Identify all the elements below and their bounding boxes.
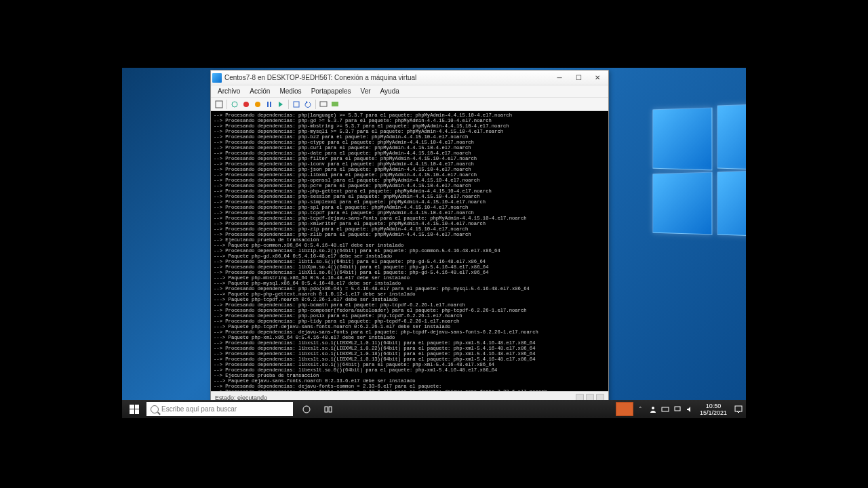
svg-rect-7: [294, 102, 299, 107]
svg-marker-6: [279, 102, 283, 107]
menu-accion[interactable]: Acción: [245, 87, 274, 96]
tray-date: 15/1/2021: [700, 409, 727, 416]
maximize-button[interactable]: ☐: [569, 72, 588, 84]
svg-marker-17: [687, 407, 690, 412]
search-icon: [151, 405, 159, 413]
hyperv-icon: [212, 73, 222, 83]
svg-rect-12: [325, 407, 328, 412]
task-taskview[interactable]: [317, 400, 339, 418]
svg-rect-0: [216, 101, 222, 108]
desktop-screen: Centos7-8 en DESKTOP-9EDH56T: Conexión a…: [122, 68, 746, 418]
menu-portapapeles[interactable]: Portapapeles: [307, 87, 355, 96]
enhanced-session-icon[interactable]: [318, 99, 329, 110]
svg-rect-4: [267, 102, 269, 107]
svg-rect-9: [320, 102, 327, 106]
menu-archivo[interactable]: Archivo: [214, 87, 244, 96]
search-placeholder: Escribe aquí para buscar: [161, 405, 237, 413]
svg-point-2: [243, 102, 249, 107]
reset-icon[interactable]: [275, 99, 286, 110]
tray-volume-icon[interactable]: [684, 400, 696, 418]
svg-point-3: [255, 102, 260, 107]
tray-input-icon[interactable]: [659, 400, 671, 418]
titlebar[interactable]: Centos7-8 en DESKTOP-9EDH56T: Conexión a…: [211, 70, 608, 85]
taskbar-search[interactable]: Escribe aquí para buscar: [146, 402, 293, 416]
menu-ver[interactable]: Ver: [357, 87, 375, 96]
tray-chevron-up-icon[interactable]: ˄: [635, 400, 647, 418]
tray-people-icon[interactable]: [647, 400, 659, 418]
svg-rect-5: [270, 102, 271, 107]
task-cortana[interactable]: [296, 400, 317, 418]
checkpoint-icon[interactable]: [291, 99, 302, 110]
windows-icon: [130, 405, 139, 414]
taskbar: Escribe aquí para buscar ˄ 10:50 15/1/20…: [122, 400, 746, 418]
pause-icon[interactable]: [264, 99, 275, 110]
svg-rect-15: [662, 407, 669, 411]
menubar: Archivo Acción Medios Portapapeles Ver A…: [211, 85, 608, 98]
svg-point-1: [232, 102, 237, 107]
shutdown-icon[interactable]: [241, 99, 252, 110]
save-icon[interactable]: [252, 99, 263, 110]
share-icon[interactable]: [330, 99, 340, 110]
recording-indicator[interactable]: [616, 402, 633, 416]
window-title: Centos7-8 en DESKTOP-9EDH56T: Conexión a…: [224, 74, 550, 81]
tray-time: 10:50: [700, 403, 727, 409]
svg-rect-13: [329, 407, 332, 412]
start-button[interactable]: [122, 400, 146, 418]
ctrl-alt-del-icon[interactable]: [214, 99, 224, 110]
tray-network-icon[interactable]: [671, 400, 684, 418]
windows-logo: [651, 108, 746, 244]
svg-point-11: [303, 406, 310, 413]
svg-rect-16: [675, 407, 680, 411]
menu-medios[interactable]: Medios: [275, 87, 305, 96]
toolbar: [211, 98, 608, 111]
menu-ayuda[interactable]: Ayuda: [376, 87, 403, 96]
svg-marker-8: [306, 101, 308, 104]
system-tray: ˄ 10:50 15/1/2021: [616, 400, 746, 418]
svg-rect-18: [735, 406, 742, 411]
vm-console[interactable]: --> Procesando dependencias: php(languag…: [211, 111, 608, 391]
close-button[interactable]: ✕: [588, 72, 607, 84]
minimize-button[interactable]: ─: [550, 72, 569, 84]
svg-rect-10: [332, 102, 338, 106]
start-icon[interactable]: [229, 99, 240, 110]
tray-clock[interactable]: 10:50 15/1/2021: [696, 403, 731, 416]
vm-connection-window: Centos7-8 en DESKTOP-9EDH56T: Conexión a…: [210, 70, 609, 404]
tray-notifications-icon[interactable]: [731, 400, 746, 418]
task-icons: [296, 400, 339, 418]
svg-point-14: [652, 407, 654, 409]
revert-icon[interactable]: [302, 99, 313, 110]
